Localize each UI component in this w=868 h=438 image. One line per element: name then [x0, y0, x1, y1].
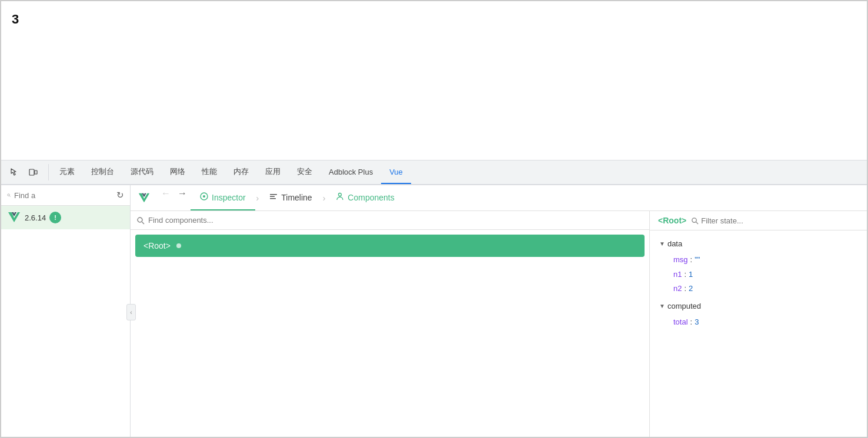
- page-number: 3: [12, 12, 19, 27]
- tab-vue[interactable]: Vue: [381, 161, 411, 184]
- svg-point-12: [692, 218, 696, 222]
- toolbar-tabs: 元素 控制台 源代码 网络 性能 内存 应用 安全 Adblock Plus V…: [51, 161, 411, 184]
- vue-logo-button[interactable]: [135, 185, 158, 210]
- colon-n2: :: [684, 282, 686, 296]
- state-filter-input[interactable]: [701, 216, 800, 225]
- vue-components-panel: <Root>: [131, 211, 649, 438]
- key-n1: n1: [673, 268, 682, 282]
- component-root-label: <Root>: [143, 241, 171, 250]
- svg-point-9: [339, 193, 342, 196]
- key-msg: msg: [673, 253, 688, 268]
- vue-panel: ↻ 2.6.14 ! ‹ ←: [1, 185, 867, 438]
- triangle-computed: ▼: [659, 300, 665, 312]
- colon-msg: :: [690, 253, 693, 268]
- tab-inspector[interactable]: Inspector: [191, 185, 255, 210]
- svg-rect-1: [35, 170, 37, 174]
- component-search-input[interactable]: [148, 216, 643, 225]
- sidebar-search-row: ↻: [1, 185, 130, 206]
- value-total: 3: [695, 315, 699, 330]
- components-icon: [336, 192, 344, 202]
- tab-separator-1: ›: [255, 185, 261, 210]
- state-row-msg: msg : "": [659, 253, 857, 268]
- svg-line-13: [696, 222, 698, 223]
- svg-rect-8: [270, 198, 276, 199]
- tab-components[interactable]: Components: [326, 185, 403, 210]
- svg-point-2: [8, 194, 9, 196]
- nav-forward-button[interactable]: →: [174, 185, 191, 202]
- search-icon: [7, 191, 11, 199]
- vue-sidebar: ↻ 2.6.14 ! ‹: [1, 185, 131, 438]
- state-section-data: ▼ data: [659, 236, 857, 252]
- tab-application[interactable]: 应用: [257, 161, 289, 184]
- tab-console[interactable]: 控制台: [83, 161, 122, 184]
- svg-point-10: [138, 218, 142, 222]
- devtools-toolbar: 元素 控制台 源代码 网络 性能 内存 应用 安全 Adblock Plus V…: [1, 160, 867, 185]
- component-search-icon: [136, 216, 145, 225]
- svg-rect-6: [270, 194, 277, 195]
- value-n2: 2: [689, 282, 693, 296]
- component-list: <Root>: [131, 230, 649, 438]
- top-area: 3: [1, 1, 867, 160]
- triangle-data: ▼: [659, 238, 665, 250]
- svg-line-3: [9, 196, 11, 197]
- vue-logo-tab-icon: [138, 192, 151, 205]
- tab-performance[interactable]: 性能: [193, 161, 225, 184]
- svg-point-5: [203, 195, 205, 198]
- component-dot: [176, 243, 181, 248]
- tab-network[interactable]: 网络: [162, 161, 193, 184]
- state-row-n1: n1 : 1: [659, 268, 857, 282]
- vue-tabs-row: ← → Inspector ›: [131, 185, 867, 211]
- components-label: Components: [348, 193, 394, 202]
- colon-total: :: [690, 315, 693, 330]
- state-row-total: total : 3: [659, 315, 857, 330]
- state-root-label: <Root>: [658, 216, 686, 225]
- svg-rect-0: [29, 169, 34, 175]
- timeline-label: Timeline: [281, 193, 312, 202]
- key-total: total: [673, 315, 688, 330]
- timeline-icon: [269, 192, 278, 202]
- warning-badge: !: [49, 212, 61, 223]
- sidebar-collapse-btn[interactable]: ‹: [126, 304, 136, 320]
- svg-rect-7: [270, 196, 275, 198]
- section-data-label: data: [667, 236, 682, 252]
- toolbar-icons: [6, 164, 49, 180]
- tab-adblock[interactable]: Adblock Plus: [321, 161, 381, 184]
- state-filter-icon: [691, 217, 699, 225]
- tab-security[interactable]: 安全: [289, 161, 321, 184]
- state-section-computed: ▼ computed: [659, 299, 857, 314]
- state-content: ▼ data msg : "" n1 : 1 n2: [650, 230, 867, 336]
- vue-version-label: 2.6.14: [25, 213, 46, 222]
- component-search-row: [131, 211, 649, 230]
- state-row-n2: n2 : 2: [659, 282, 857, 296]
- inspector-label: Inspector: [212, 193, 246, 202]
- tab-sources[interactable]: 源代码: [122, 161, 162, 184]
- tab-timeline[interactable]: Timeline: [260, 185, 321, 210]
- sidebar-item-vue[interactable]: 2.6.14 !: [1, 206, 130, 229]
- inspector-icon: [200, 192, 208, 202]
- state-filter-row: [691, 216, 859, 225]
- colon-n1: :: [684, 268, 686, 282]
- key-n2: n2: [673, 282, 682, 296]
- svg-line-11: [142, 222, 145, 224]
- component-item-root[interactable]: <Root>: [135, 235, 645, 257]
- inspect-icon[interactable]: [6, 164, 22, 180]
- value-n1: 1: [689, 268, 693, 282]
- value-msg: "": [695, 253, 700, 268]
- section-computed-label: computed: [667, 299, 701, 314]
- nav-back-button[interactable]: ←: [158, 185, 174, 202]
- device-icon[interactable]: [25, 164, 41, 180]
- tab-separator-2: ›: [322, 185, 327, 210]
- sidebar-search-input[interactable]: [14, 191, 113, 200]
- tab-memory[interactable]: 内存: [225, 161, 257, 184]
- refresh-icon[interactable]: ↻: [116, 190, 124, 200]
- state-header: <Root>: [650, 211, 867, 230]
- vue-state-panel: <Root> ▼ data: [649, 211, 867, 438]
- tab-elements[interactable]: 元素: [51, 161, 83, 184]
- vue-logo-icon: [7, 210, 21, 225]
